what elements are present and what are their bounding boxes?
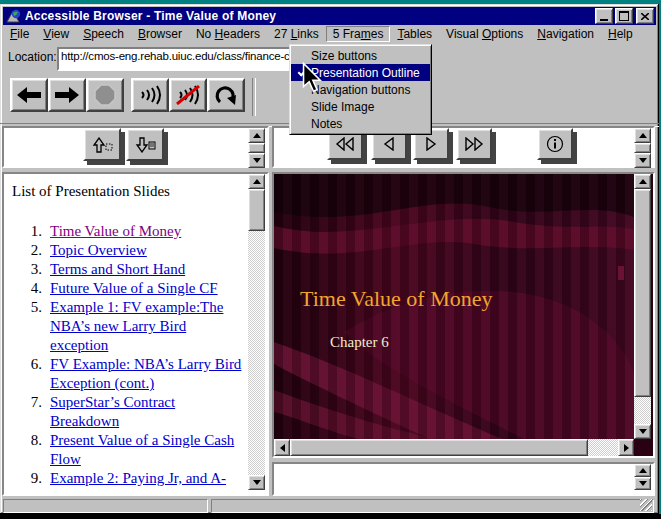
slide-horizontal-scrollbar[interactable] (274, 439, 634, 456)
slide-link-superstar-s-contract-breakdown[interactable]: SuperStar’s Contract Breakdown (50, 393, 246, 431)
frames-menu-item-slide-image[interactable]: Slide Image (291, 98, 430, 115)
slide-link-example-1-fv-example-the-nba-s[interactable]: Example 1: FV example:The NBA’s new Larr… (50, 298, 246, 355)
outline-heading: List of Presentation Slides (12, 182, 252, 201)
maximize-icon (619, 11, 629, 21)
check-spacer (295, 119, 311, 129)
menu-item-5-frames[interactable]: 5 Frames (326, 26, 391, 42)
size-frame-scrollbar[interactable] (248, 128, 265, 166)
frames-menu-item-label: Notes (311, 117, 342, 131)
info-button[interactable] (537, 128, 573, 160)
scroll-up-button[interactable] (634, 128, 651, 143)
slide-link-time-value-of-money[interactable]: Time Value of Money (50, 222, 246, 241)
outline-scrollbar[interactable] (248, 174, 265, 490)
reload-button[interactable] (207, 78, 245, 112)
status-bar-right (211, 499, 654, 513)
scrollbar-thumb[interactable] (290, 439, 588, 456)
scroll-down-button[interactable] (248, 153, 265, 168)
info-icon (546, 135, 564, 153)
menu-item-speech[interactable]: Speech (76, 26, 131, 42)
slide-number: 3. (12, 260, 42, 279)
menu-item-navigation[interactable]: Navigation (530, 26, 601, 42)
frames-menu-item-notes[interactable]: Notes (291, 115, 430, 132)
desktop-bottom-strip (0, 514, 661, 519)
location-label: Location: (8, 50, 57, 64)
scroll-down-button[interactable] (634, 424, 651, 439)
up-arrow-icon (253, 133, 261, 138)
slide-list-item: 7.SuperStar’s Contract Breakdown (12, 393, 252, 431)
menu-item-tables[interactable]: Tables (390, 26, 439, 42)
up-arrow-icon (639, 468, 647, 473)
stop-speech-slash-icon (176, 85, 200, 105)
slide-list-item: 3.Terms and Short Hand (12, 260, 252, 279)
forward-button[interactable] (48, 78, 86, 112)
resize-grip[interactable] (640, 499, 652, 511)
slide-link-fv-example-nba-s-larry-bird-ex[interactable]: FV Example: NBA’s Larry Bird Exception (… (50, 355, 246, 393)
last-slide-button[interactable] (456, 128, 492, 160)
last-slide-icon (464, 137, 484, 151)
speak-waves-icon (138, 85, 162, 105)
down-arrow-icon (253, 158, 261, 163)
scroll-up-button[interactable] (634, 464, 651, 477)
slide-link-terms-and-short-hand[interactable]: Terms and Short Hand (50, 260, 246, 279)
slide-vertical-scrollbar[interactable] (634, 174, 651, 439)
slide-number: 4. (12, 279, 42, 298)
right-arrow-icon (624, 444, 629, 452)
scroll-left-button[interactable] (274, 439, 290, 456)
slide-list-item: 4.Future Value of a Single CF (12, 279, 252, 298)
menu-item-view[interactable]: View (36, 26, 76, 42)
down-arrow-icon (639, 429, 647, 434)
slide-link-present-value-of-a-single-cash[interactable]: Present Value of a Single Cash Flow (50, 431, 246, 469)
notes-scrollbar[interactable] (634, 464, 651, 490)
menu-item-no-headers[interactable]: No Headers (189, 26, 267, 42)
menu-item-27-links[interactable]: 27 Links (267, 26, 326, 42)
menu-item-help[interactable]: Help (601, 26, 640, 42)
stop-button[interactable] (86, 78, 124, 112)
scroll-up-button[interactable] (248, 128, 265, 143)
location-input[interactable]: http://cmos-eng.rehab.uiuc.edu/class/fin… (57, 47, 296, 71)
down-arrow-icon (639, 481, 647, 486)
scroll-down-button[interactable] (634, 153, 651, 168)
back-button[interactable] (10, 78, 48, 112)
scrollbar-thumb[interactable] (634, 189, 651, 397)
scrollbar-thumb[interactable] (248, 189, 265, 231)
nav-frame-scrollbar[interactable] (634, 128, 651, 166)
scroll-down-button[interactable] (634, 477, 651, 490)
slide-subtitle: Chapter 6 (330, 334, 389, 351)
frames-menu-item-label: Size buttons (311, 49, 377, 63)
slide-title: Time Value of Money (300, 286, 493, 312)
decrease-size-button[interactable] (126, 128, 164, 161)
slide-link-future-value-of-a-single-cf[interactable]: Future Value of a Single CF (50, 279, 246, 298)
frames-menu-item-label: Navigation buttons (311, 83, 410, 97)
scroll-down-button[interactable] (248, 475, 265, 490)
close-button[interactable] (636, 8, 654, 24)
decrease-size-icon (134, 137, 156, 153)
increase-size-button[interactable] (83, 128, 121, 161)
mouse-cursor-icon (302, 62, 322, 93)
scroll-right-button[interactable] (618, 439, 634, 456)
slide-link-example-2-paying-jr-and-a-rod[interactable]: Example 2: Paying Jr, and A-Rod (50, 469, 246, 492)
maximize-button[interactable] (615, 8, 633, 24)
slide-list-item: 2.Topic Overview (12, 241, 252, 260)
speak-button[interactable] (131, 78, 169, 112)
slide-list-item: 8.Present Value of a Single Cash Flow (12, 431, 252, 469)
scrollbar-thumb[interactable] (248, 143, 265, 153)
up-arrow-icon (639, 179, 647, 184)
stop-speech-button[interactable] (169, 78, 207, 112)
slide-list-item: 1.Time Value of Money (12, 222, 252, 241)
minimize-button[interactable] (595, 8, 613, 24)
slide-list-item: 9.Example 2: Paying Jr, and A-Rod (12, 469, 252, 492)
window-title: Accessible Browser - Time Value of Money (25, 9, 276, 23)
scroll-up-button[interactable] (634, 174, 651, 189)
slide-list: 1.Time Value of Money2.Topic Overview3.T… (12, 222, 252, 492)
slide-link-topic-overview[interactable]: Topic Overview (50, 241, 246, 260)
menu-item-browser[interactable]: Browser (131, 26, 189, 42)
slide-number: 8. (12, 431, 42, 469)
reload-arrow-icon (215, 85, 237, 105)
scrollbar-thumb[interactable] (634, 143, 651, 153)
slide-number: 9. (12, 469, 42, 492)
menu-item-file[interactable]: File (3, 26, 36, 42)
menu-item-visual-options[interactable]: Visual Options (439, 26, 530, 42)
previous-slide-icon (382, 137, 396, 151)
scroll-up-button[interactable] (248, 174, 265, 189)
check-spacer (295, 102, 311, 112)
